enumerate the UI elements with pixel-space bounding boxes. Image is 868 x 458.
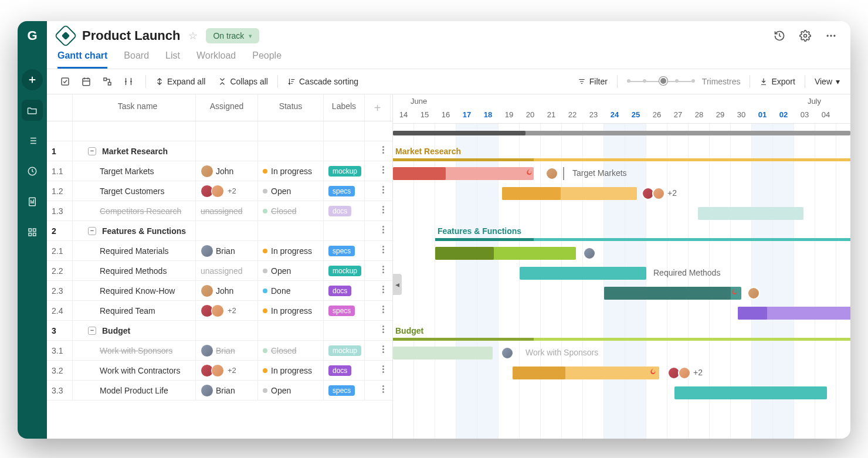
add-button[interactable]: [22, 69, 43, 90]
label-tag[interactable]: specs: [328, 186, 355, 196]
col-labels[interactable]: Labels: [324, 94, 365, 121]
export-button[interactable]: Export: [760, 77, 795, 86]
avatar[interactable]: [201, 344, 213, 357]
table-row[interactable]: 2−Features & Functions: [47, 221, 392, 241]
collapse-group-icon[interactable]: −: [88, 327, 96, 335]
label-tag[interactable]: mockup: [328, 166, 361, 177]
avatar[interactable]: [201, 384, 213, 397]
day-cell[interactable]: 24: [604, 106, 625, 123]
gantt-bar[interactable]: [513, 367, 659, 379]
label-tag[interactable]: docs: [328, 206, 351, 216]
day-cell[interactable]: 16: [435, 106, 456, 123]
avatar[interactable]: [211, 185, 224, 198]
label-tag[interactable]: mockup: [328, 266, 361, 276]
tab-gantt-chart[interactable]: Gantt chart: [57, 50, 107, 69]
view-button[interactable]: View ▾: [815, 77, 840, 86]
tab-people[interactable]: People: [252, 50, 282, 69]
avatar[interactable]: [211, 364, 224, 377]
table-row[interactable]: 2.3Required Know-HowJohnDonedocs: [47, 281, 392, 301]
row-menu-icon[interactable]: [378, 146, 388, 154]
gantt-bar[interactable]: [698, 207, 803, 220]
collapse-panel-handle[interactable]: ◂: [393, 274, 402, 295]
overview-bar[interactable]: [393, 131, 850, 135]
avatar[interactable]: [678, 367, 691, 379]
tab-board[interactable]: Board: [124, 50, 149, 69]
tab-workload[interactable]: Workload: [196, 50, 236, 69]
avatar[interactable]: [747, 287, 760, 300]
gantt-bar[interactable]: [674, 386, 827, 399]
row-menu-icon[interactable]: [378, 166, 388, 174]
gantt-bar[interactable]: [604, 287, 741, 300]
day-cell[interactable]: 19: [499, 106, 520, 123]
day-cell[interactable]: 02: [773, 106, 794, 123]
table-row[interactable]: 2.2Required MethodsunassignedOpenmockup: [47, 261, 392, 281]
gantt-bar[interactable]: [393, 347, 493, 359]
col-assigned[interactable]: Assigned: [196, 94, 258, 121]
nav-tasks[interactable]: [22, 130, 43, 151]
nav-apps[interactable]: [22, 222, 43, 243]
assignee-overflow-count[interactable]: +2: [228, 366, 236, 375]
assignee-overflow-count[interactable]: +2: [693, 368, 703, 377]
table-row[interactable]: 3.3Model Product LifeBrianOpenspecs: [47, 381, 392, 401]
col-status[interactable]: Status: [258, 94, 324, 121]
table-row[interactable]: 3.1Work with SponsorsBrianClosedmockup: [47, 341, 392, 361]
row-menu-icon[interactable]: [378, 365, 388, 373]
table-row[interactable]: 2.4Required Team+2In progressspecs: [47, 301, 392, 321]
row-menu-icon[interactable]: [378, 286, 388, 293]
avatar[interactable]: [201, 165, 213, 178]
add-column-button[interactable]: +: [365, 94, 391, 121]
gantt-group-line[interactable]: [435, 238, 850, 241]
label-tag[interactable]: docs: [328, 286, 351, 296]
label-tag[interactable]: mockup: [328, 345, 361, 356]
day-cell[interactable]: 15: [414, 106, 435, 123]
history-icon[interactable]: [771, 27, 788, 45]
row-menu-icon[interactable]: [378, 226, 388, 233]
tab-list[interactable]: List: [165, 50, 180, 69]
day-cell[interactable]: 14: [393, 106, 414, 123]
table-row[interactable]: 1−Market Research: [47, 141, 392, 161]
collapse-group-icon[interactable]: −: [88, 147, 96, 155]
table-row[interactable]: 1.3Competitors ResearchunassignedClosedd…: [47, 201, 392, 221]
day-cell[interactable]: 01: [752, 106, 773, 123]
day-cell[interactable]: 04: [815, 106, 836, 123]
label-tag[interactable]: specs: [328, 385, 355, 396]
table-row[interactable]: 1.2Target Customers+2Openspecs: [47, 181, 392, 201]
gantt-bar[interactable]: [435, 247, 576, 260]
day-cell[interactable]: 20: [520, 106, 541, 123]
table-row[interactable]: 1.1Target MarketsJohnIn progressmockup: [47, 161, 392, 181]
nav-time[interactable]: [22, 161, 43, 182]
label-tag[interactable]: specs: [328, 246, 355, 256]
row-menu-icon[interactable]: [378, 206, 388, 213]
table-row[interactable]: 2.1Required MaterialsBrianIn progressspe…: [47, 241, 392, 261]
label-tag[interactable]: specs: [328, 306, 355, 316]
gantt-bar[interactable]: [393, 167, 534, 180]
cascade-sort-button[interactable]: Cascade sorting: [287, 77, 358, 86]
gantt-body[interactable]: Market ResearchTarget Markets+2Features …: [393, 124, 850, 439]
calendar-icon[interactable]: [79, 74, 94, 89]
row-menu-icon[interactable]: [378, 266, 388, 273]
gantt-group-line[interactable]: [393, 338, 850, 341]
label-tag[interactable]: docs: [328, 365, 351, 376]
row-menu-icon[interactable]: [378, 345, 388, 353]
day-cell[interactable]: 27: [667, 106, 689, 123]
avatar[interactable]: [545, 167, 558, 180]
day-cell[interactable]: 25: [625, 106, 646, 123]
avatar[interactable]: [211, 304, 224, 317]
collapse-all-button[interactable]: Collaps all: [218, 77, 268, 86]
favorite-toggle[interactable]: ☆: [188, 29, 198, 42]
collapse-group-icon[interactable]: −: [88, 227, 96, 235]
day-cell[interactable]: 26: [646, 106, 667, 123]
day-cell[interactable]: 28: [689, 106, 710, 123]
day-cell[interactable]: 30: [731, 106, 752, 123]
row-menu-icon[interactable]: [378, 306, 388, 313]
day-cell[interactable]: 03: [794, 106, 815, 123]
gantt-bar[interactable]: [502, 187, 637, 200]
day-cell[interactable]: 21: [541, 106, 562, 123]
day-cell[interactable]: 22: [562, 106, 583, 123]
row-menu-icon[interactable]: [378, 325, 388, 333]
gantt-group-line[interactable]: [393, 158, 850, 161]
avatar[interactable]: [201, 284, 213, 297]
day-cell[interactable]: 23: [583, 106, 604, 123]
nav-reports[interactable]: [22, 191, 43, 212]
avatar[interactable]: [652, 187, 665, 200]
